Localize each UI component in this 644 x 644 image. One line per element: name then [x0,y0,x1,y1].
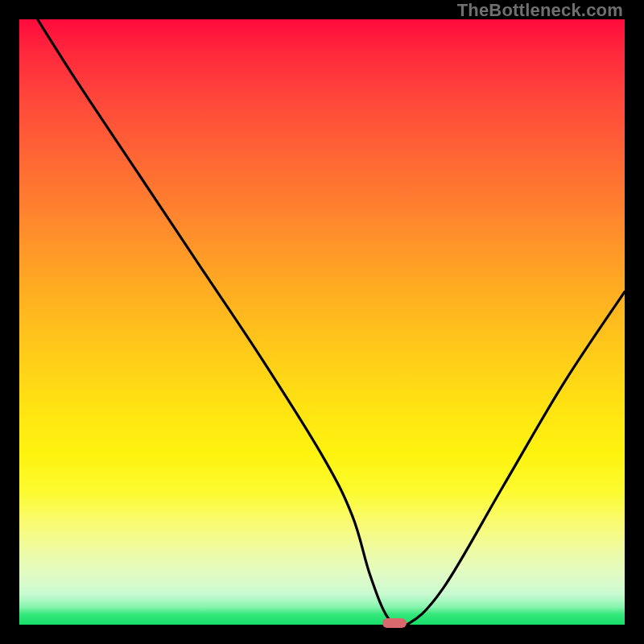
watermark-text: TheBottleneck.com [457,0,623,21]
chart-background-gradient [19,19,625,625]
minimum-marker [382,618,407,628]
chart-frame: TheBottleneck.com [0,0,644,644]
